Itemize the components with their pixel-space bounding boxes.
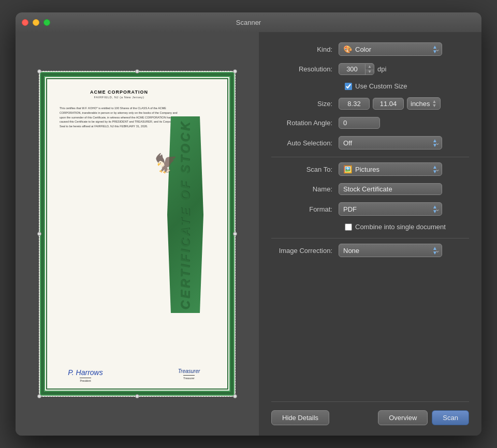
- rotation-control: [339, 117, 469, 129]
- resolution-label: Resolution:: [271, 65, 339, 73]
- scan-to-label: Scan To:: [271, 166, 339, 173]
- president-sig-label: President: [80, 378, 91, 382]
- scan-to-select[interactable]: 🖼️ Pictures ▲▼: [339, 162, 442, 176]
- rotation-row: Rotation Angle:: [271, 117, 469, 129]
- image-correction-wrapper[interactable]: None ▲▼: [339, 244, 442, 257]
- auto-selection-value: Off: [343, 139, 432, 147]
- auto-selection-wrapper[interactable]: Off ▲▼: [339, 136, 442, 150]
- resolution-stepper[interactable]: ▲ ▼: [339, 63, 374, 75]
- size-row: Size: inches ▲▼: [271, 97, 469, 110]
- cert-location: FAIRFIELD, NJ (a New Jersey): [94, 96, 144, 99]
- hide-details-button[interactable]: Hide Details: [271, 410, 329, 425]
- custom-size-checkbox[interactable]: [345, 83, 352, 90]
- format-value: PDF: [343, 205, 432, 213]
- right-buttons: Overview Scan: [378, 410, 469, 425]
- size-inputs: inches ▲▼: [339, 97, 469, 110]
- titlebar: Scanner: [16, 12, 481, 32]
- divider-1: [271, 157, 469, 157]
- combine-row: Combine into single document: [271, 223, 469, 231]
- auto-selection-control: Off ▲▼: [339, 136, 469, 150]
- rotation-input[interactable]: [339, 117, 380, 129]
- format-row: Format: PDF ▲▼: [271, 202, 469, 216]
- certificate-preview: ACME CORPORATION FAIRFIELD, NJ (a New Je…: [39, 71, 236, 397]
- image-correction-arrows: ▲▼: [432, 246, 437, 255]
- settings-panel: Kind: 🎨 Color ▲▼ Resolution:: [259, 32, 481, 436]
- resolution-increment[interactable]: ▲: [366, 64, 374, 69]
- format-wrapper[interactable]: PDF ▲▼: [339, 202, 442, 216]
- combine-label[interactable]: Combine into single document: [355, 223, 446, 231]
- preview-panel: ACME CORPORATION FAIRFIELD, NJ (a New Je…: [16, 32, 259, 436]
- kind-select[interactable]: 🎨 Color ▲▼: [339, 42, 442, 56]
- combine-checkbox[interactable]: [345, 223, 352, 231]
- cert-body-text: This certifies that W.F. KOHO* is entitl…: [55, 106, 180, 129]
- overview-button[interactable]: Overview: [378, 410, 428, 425]
- auto-selection-row: Auto Selection: Off ▲▼: [271, 136, 469, 150]
- cert-banner-ribbon: CERTIFICATE OF STOCK: [167, 116, 203, 313]
- resolution-control: ▲ ▼ dpi: [339, 63, 469, 75]
- image-correction-control: None ▲▼: [339, 244, 469, 257]
- titlebar-buttons: [22, 19, 50, 26]
- minimize-button[interactable]: [33, 19, 39, 26]
- size-height-input[interactable]: [373, 98, 404, 110]
- size-control: inches ▲▼: [339, 97, 469, 110]
- cert-content: ACME CORPORATION FAIRFIELD, NJ (a New Je…: [49, 81, 225, 386]
- kind-select-wrapper[interactable]: 🎨 Color ▲▼: [339, 42, 442, 56]
- cert-seal: 🦅: [154, 153, 178, 174]
- scan-to-row: Scan To: 🖼️ Pictures ▲▼: [271, 162, 469, 176]
- image-correction-select[interactable]: None ▲▼: [339, 244, 442, 257]
- auto-selection-arrows: ▲▼: [432, 138, 437, 147]
- kind-control: 🎨 Color ▲▼: [339, 42, 469, 56]
- president-sig-image: P. Harrows: [68, 368, 103, 377]
- cert-company: ACME CORPORATION: [90, 89, 148, 95]
- kind-arrows: ▲▼: [432, 44, 437, 54]
- treasurer-sig-image: Treasurer: [178, 368, 200, 374]
- format-select[interactable]: PDF ▲▼: [339, 202, 442, 216]
- resolution-decrement[interactable]: ▼: [366, 69, 374, 74]
- scan-to-value: Pictures: [355, 166, 429, 173]
- cert-top-section: ACME CORPORATION FAIRFIELD, NJ (a New Je…: [90, 85, 184, 101]
- unit-select[interactable]: inches ▲▼: [407, 97, 441, 110]
- auto-selection-select[interactable]: Off ▲▼: [339, 136, 442, 150]
- auto-selection-label: Auto Selection:: [271, 139, 339, 147]
- name-row: Name:: [271, 183, 469, 195]
- name-control: [339, 183, 469, 195]
- name-input[interactable]: [339, 183, 442, 195]
- maximize-button[interactable]: [43, 19, 50, 26]
- custom-size-label[interactable]: Use Custom Size: [355, 82, 407, 90]
- pictures-icon: 🖼️: [343, 165, 352, 173]
- resolution-input[interactable]: [339, 64, 365, 74]
- kind-label: Kind:: [271, 46, 339, 53]
- kind-icon: 🎨: [343, 45, 352, 53]
- resolution-input-row: ▲ ▼ dpi: [339, 63, 469, 75]
- scan-area: ACME CORPORATION FAIRFIELD, NJ (a New Je…: [34, 66, 241, 402]
- image-correction-label: Image Correction:: [271, 247, 339, 255]
- divider-2: [271, 238, 469, 238]
- custom-size-row: Use Custom Size: [271, 82, 469, 90]
- format-label: Format:: [271, 205, 339, 213]
- scan-to-arrows: ▲▼: [432, 165, 437, 174]
- scan-to-wrapper[interactable]: 🖼️ Pictures ▲▼: [339, 162, 442, 176]
- kind-row: Kind: 🎨 Color ▲▼: [271, 42, 469, 56]
- unit-arrows: ▲▼: [432, 99, 437, 108]
- scan-button[interactable]: Scan: [432, 410, 469, 425]
- close-button[interactable]: [22, 19, 28, 26]
- scan-to-control: 🖼️ Pictures ▲▼: [339, 162, 469, 176]
- resolution-row: Resolution: ▲ ▼ dpi: [271, 63, 469, 75]
- image-correction-row: Image Correction: None ▲▼: [271, 244, 469, 257]
- window-title: Scanner: [236, 19, 261, 26]
- treasurer-sig-label: Treasurer: [183, 375, 195, 380]
- scanner-window: Scanner ACME CORPORATION FAIRFIELD, NJ (…: [16, 12, 481, 436]
- unit-text: inches: [411, 100, 430, 108]
- format-control: PDF ▲▼: [339, 202, 469, 216]
- cert-signatures: P. Harrows President Treasurer Treasurer: [55, 368, 219, 382]
- kind-value: Color: [355, 46, 432, 53]
- format-arrows: ▲▼: [432, 204, 437, 214]
- treasurer-sig: Treasurer Treasurer: [163, 368, 215, 382]
- size-width-input[interactable]: [339, 98, 370, 110]
- president-sig: P. Harrows President: [60, 368, 111, 382]
- name-label: Name:: [271, 185, 339, 193]
- settings-form: Kind: 🎨 Color ▲▼ Resolution:: [271, 42, 469, 401]
- cert-banner-text: CERTIFICATE OF STOCK: [178, 120, 193, 310]
- main-content: ACME CORPORATION FAIRFIELD, NJ (a New Je…: [16, 32, 481, 436]
- bottom-buttons: Hide Details Overview Scan: [271, 401, 469, 425]
